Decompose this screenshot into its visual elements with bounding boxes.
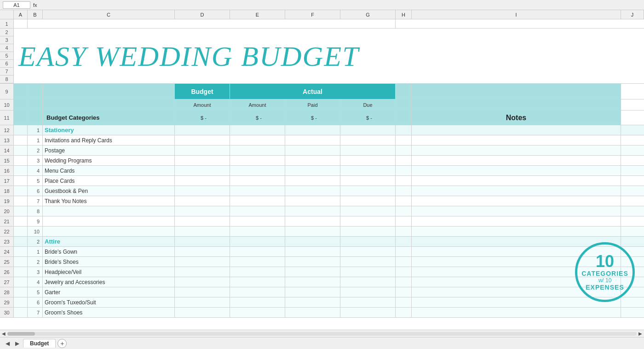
title-merged-cell: EASY WEDDING BUDGET [14, 29, 644, 84]
actual-paid-header: Paid [285, 99, 340, 110]
row-22: 22 10 [0, 227, 644, 237]
cell-1a[interactable] [14, 19, 28, 28]
col-header-c[interactable]: C [43, 10, 175, 19]
row-num-1: 1 [0, 19, 14, 28]
item-thankyou: Thank You Notes [43, 196, 175, 206]
cell-11e: $ - [230, 111, 285, 125]
row-num-2: 2 [0, 29, 13, 36]
badge-circle: 10 CATEGORIES w/ 10 EXPENSES [575, 242, 635, 302]
col-header-i[interactable]: I [412, 10, 621, 19]
row-13: 13 1 Invitations and Reply Cards [0, 135, 644, 145]
row-9: 9 Budget Actual [0, 84, 644, 99]
cell-12h [396, 125, 412, 135]
title-area: 2 3 4 5 6 7 8 EASY WEDDING BUDGET [0, 29, 644, 84]
column-headers: A B C D E F G H I J [0, 10, 644, 19]
cell-11b [28, 111, 43, 125]
row-num-9: 9 [0, 84, 14, 99]
row-17: 17 5 Place Cards [0, 176, 644, 186]
item-groom-tuxedo: Groom's Tuxedo/Suit [43, 297, 175, 307]
notes-header: Notes [412, 111, 621, 125]
budget-header: Budget [175, 84, 230, 99]
row-num-21: 21 [0, 216, 14, 226]
item-headpiece: Headpiece/Veil [43, 267, 175, 277]
cell-10i [412, 99, 621, 110]
row-num-28: 28 [0, 287, 14, 297]
row-25: 25 2 Bride's Shoes [0, 257, 644, 267]
row-num-16: 16 [0, 166, 14, 175]
row-num-24: 24 [0, 247, 14, 256]
actual-amount-header: Amount [230, 99, 285, 110]
cell-12e[interactable] [230, 125, 285, 135]
item-jewelry: Jewelry and Accessories [43, 277, 175, 287]
cell-12d[interactable] [175, 125, 230, 135]
name-box[interactable]: A1 [3, 1, 30, 9]
cell-1bc[interactable] [28, 19, 396, 28]
col-header-e[interactable]: E [230, 10, 285, 19]
row-num-13: 13 [0, 135, 14, 145]
row-num-23: 23 [0, 237, 14, 246]
scroll-track[interactable] [7, 332, 637, 336]
row-20: 20 8 [0, 206, 644, 216]
tab-scroll-left[interactable]: ◀ [4, 340, 12, 347]
row-num-6: 6 [0, 60, 13, 68]
formula-divider: fx [33, 2, 37, 8]
col-header-g[interactable]: G [340, 10, 396, 19]
cell-10h [396, 99, 412, 110]
row-num-18: 18 [0, 186, 14, 196]
row-num-8: 8 [0, 76, 13, 83]
item-brides-gown: Bride's Gown [43, 247, 175, 256]
cell-9a [14, 84, 28, 99]
col-header-h[interactable]: H [396, 10, 412, 19]
row-num-11: 11 [0, 111, 14, 125]
row-num-26: 26 [0, 267, 14, 277]
tab-scroll-right[interactable]: ▶ [13, 340, 21, 347]
row-28: 28 5 Garter [0, 287, 644, 297]
col-header-b[interactable]: B [28, 10, 43, 19]
item-brides-shoes: Bride's Shoes [43, 257, 175, 267]
cell-12i[interactable] [412, 125, 621, 135]
grid-wrapper: 1 2 3 4 5 6 7 8 EASY WEDDING BUDGET 9 [0, 19, 644, 330]
row-1: 1 [0, 19, 644, 29]
scroll-thumb[interactable] [7, 332, 35, 336]
cell-12g[interactable] [340, 125, 396, 135]
scroll-right-arrow[interactable]: ▶ [638, 331, 642, 336]
col-header-row [0, 10, 14, 19]
row-num-12: 12 [0, 125, 14, 135]
add-tab-button[interactable]: + [58, 339, 67, 348]
item-wedding-programs: Wedding Programs [43, 156, 175, 165]
item-groom-shoes: Groom's Shoes [43, 308, 175, 317]
spreadsheet-title: EASY WEDDING BUDGET [18, 42, 359, 70]
row-21: 21 9 [0, 216, 644, 227]
row-num-4: 4 [0, 44, 13, 52]
row-num-22: 22 [0, 227, 14, 236]
row-num-17: 17 [0, 176, 14, 186]
horizontal-scrollbar[interactable]: ◀ ▶ [0, 330, 644, 337]
col-header-f[interactable]: F [285, 10, 340, 19]
cell-9c [43, 84, 175, 99]
cell-9b [28, 84, 43, 99]
row-num-15: 15 [0, 156, 14, 165]
row-18: 18 6 Guestbook & Pen [0, 186, 644, 196]
item-postage: Postage [43, 145, 175, 155]
cell-10a [14, 99, 28, 110]
cell-11f: $ - [285, 111, 340, 125]
col-header-j[interactable]: J [621, 10, 644, 19]
cell-11g: $ - [340, 111, 396, 125]
item-guestbook: Guestbook & Pen [43, 186, 175, 196]
cell-9i [412, 84, 621, 99]
col-header-a[interactable]: A [14, 10, 28, 19]
budget-amount-header: Amount [175, 99, 230, 110]
row-27: 27 4 Jewelry and Accessories [0, 277, 644, 287]
row-num-3: 3 [0, 36, 13, 44]
cell-12f[interactable] [285, 125, 340, 135]
col-header-d[interactable]: D [175, 10, 230, 19]
cell-10c [43, 99, 175, 110]
tab-budget[interactable]: Budget [23, 339, 56, 348]
row-11: 11 Budget Categories $ - $ - $ - $ - Not… [0, 111, 644, 125]
scroll-left-arrow[interactable]: ◀ [2, 331, 6, 336]
formula-bar: A1 fx [0, 0, 644, 10]
cell-9h [396, 84, 412, 99]
item-place-cards: Place Cards [43, 176, 175, 186]
row-num-14: 14 [0, 145, 14, 155]
cell-11d: $ - [175, 111, 230, 125]
